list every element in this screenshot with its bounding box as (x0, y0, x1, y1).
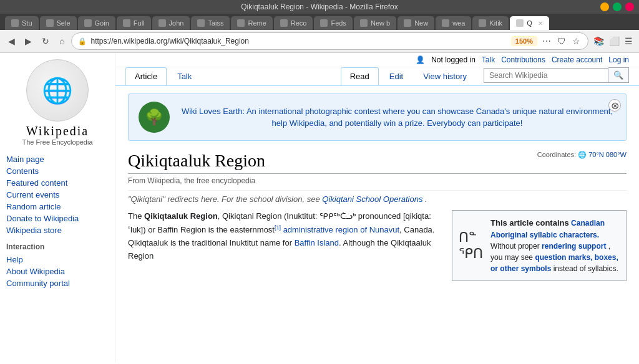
tab-goin[interactable]: Goin (78, 16, 115, 30)
log-in-link[interactable]: Log in (608, 55, 629, 64)
side-box-text1: Without proper (490, 242, 540, 251)
search-input[interactable] (484, 68, 608, 83)
wiki-tagline: The Free Encyclopedia (6, 138, 109, 146)
talk-link[interactable]: Talk (482, 55, 495, 64)
bookmarks-icon[interactable]: 📚 (592, 35, 605, 47)
wiki-loves-earth-banner: 🌳 Wiki Loves Earth: An international pho… (128, 93, 627, 141)
tab-favicon (123, 19, 130, 27)
window-title: Qikiqtaaluk Region - Wikipedia - Mozilla… (241, 2, 398, 11)
search-button[interactable]: 🔍 (608, 67, 629, 83)
title-bar: Qikiqtaaluk Region - Wikipedia - Mozilla… (0, 0, 639, 14)
create-account-link[interactable]: Create account (552, 55, 602, 64)
tab-new[interactable]: New (398, 16, 434, 30)
minimize-button[interactable] (600, 2, 609, 11)
tab-kitik[interactable]: Kitik (472, 16, 509, 30)
wiki-logo: 🌐 Wikipedia The Free Encyclopedia (6, 59, 109, 146)
tab-edit[interactable]: Edit (380, 67, 412, 85)
close-button[interactable] (625, 2, 634, 11)
article-bold-name: Qikiqtaaluk Region (144, 211, 218, 221)
tab-taiss[interactable]: Taiss (191, 16, 230, 30)
tab-talk[interactable]: Talk (168, 67, 201, 85)
article-body: 🌳 Wiki Loves Earth: An international pho… (115, 86, 639, 275)
tab-right-group: Read Edit View history 🔍 (341, 67, 629, 85)
sidebar-item-current-events[interactable]: Current events (6, 189, 109, 201)
sidebar-item-community-portal[interactable]: Community portal (6, 277, 109, 289)
screenshot-icon[interactable]: ⬜ (608, 35, 621, 47)
wiki-globe-icon: 🌐 (26, 59, 89, 122)
tab-full[interactable]: Full (117, 16, 151, 30)
tab-favicon (404, 19, 411, 27)
user-icon: 👤 (416, 55, 425, 64)
window-controls (600, 2, 634, 11)
settings-icon[interactable]: ☰ (623, 35, 634, 47)
tab-favicon (159, 19, 166, 27)
tab-read[interactable]: Read (341, 67, 379, 85)
side-box-text3: instead of syllabics. (554, 264, 618, 273)
home-button[interactable]: ⌂ (56, 35, 67, 47)
zoom-level[interactable]: 150% (511, 36, 537, 46)
sidebar-item-main-page[interactable]: Main page (6, 153, 109, 165)
tab-favicon (197, 19, 205, 27)
tab-reco[interactable]: Reco (274, 16, 313, 30)
tree-icon: 🌳 (145, 108, 163, 126)
maximize-button[interactable] (613, 2, 622, 11)
redirect-link[interactable]: Qikiqtani School Operations (322, 194, 422, 204)
coordinates-label: Coordinates: (537, 151, 576, 158)
tab-reme[interactable]: Reme (231, 16, 272, 30)
nunavut-link[interactable]: administrative region of Nunavut (283, 225, 399, 234)
contributions-link[interactable]: Contributions (501, 55, 545, 64)
user-bar: 👤 Not logged in Talk Contributions Creat… (115, 53, 639, 67)
navigation-bar: ◀ ▶ ↻ ⌂ 🔒 https://en.wikipedia.org/wiki/… (0, 30, 639, 53)
tab-newb[interactable]: New b (354, 16, 396, 30)
menu-dots-icon[interactable]: ⋯ (541, 35, 552, 47)
syllabics-characters: ᑎᓐᕿᑎ (459, 229, 483, 262)
redirect-note: "Qikiqtani" redirects here. For the scho… (128, 190, 627, 204)
shield-icon: 🛡 (556, 35, 567, 47)
sidebar-item-featured-content[interactable]: Featured content (6, 177, 109, 189)
content-tabs: Article Talk Read Edit View history 🔍 (115, 67, 639, 86)
star-icon[interactable]: ☆ (571, 35, 582, 47)
not-logged-in-text: Not logged in (431, 55, 476, 64)
syllabics-side-box: ᑎᓐᕿᑎ This article contains Canadian Abor… (452, 210, 627, 281)
sidebar-item-about-wikipedia[interactable]: About Wikipedia (6, 266, 109, 277)
address-bar[interactable]: 🔒 https://en.wikipedia.org/wiki/Qikiqtaa… (71, 32, 588, 50)
back-button[interactable]: ◀ (5, 35, 18, 47)
sidebar-item-contents[interactable]: Contents (6, 165, 109, 177)
tab-favicon (84, 19, 92, 27)
sidebar-item-donate[interactable]: Donate to Wikipedia (6, 213, 109, 224)
tab-qiki[interactable]: Q✕ (510, 16, 549, 30)
tab-favicon (360, 19, 368, 27)
tab-article[interactable]: Article (125, 67, 167, 85)
para-text-start: The (128, 211, 144, 221)
tab-view-history[interactable]: View history (414, 67, 476, 85)
coordinates: Coordinates: 🌐 70°N 080°W (537, 151, 627, 159)
sidebar-item-wiki-store[interactable]: Wikipedia store (6, 224, 109, 236)
banner-tree-icon: 🌳 (139, 102, 170, 133)
tab-favicon (11, 19, 19, 27)
redirect-end: . (425, 194, 427, 204)
sidebar-item-help[interactable]: Help (6, 254, 109, 266)
tab-close-icon[interactable]: ✕ (538, 20, 543, 27)
forward-button[interactable]: ▶ (22, 35, 35, 47)
nav-extra-icons: 📚 ⬜ ☰ (592, 35, 634, 47)
baffin-island-link[interactable]: Baffin Island (295, 238, 339, 247)
coordinates-value[interactable]: 70°N 080°W (588, 151, 627, 158)
refresh-button[interactable]: ↻ (39, 35, 52, 47)
search-form: 🔍 (484, 67, 629, 83)
rendering-support-link[interactable]: rendering support (542, 242, 606, 251)
tab-wea[interactable]: wea (436, 16, 471, 30)
syllabics-content: ᑎᓐᕿᑎ This article contains Canadian Abor… (459, 217, 620, 274)
citation-1[interactable]: [1] (275, 224, 281, 231)
tab-john[interactable]: John (152, 16, 190, 30)
tab-favicon (442, 19, 449, 27)
globe-icon: 🌐 (578, 151, 587, 158)
tab-stu[interactable]: Stu (5, 16, 39, 30)
tab-feds[interactable]: Feds (314, 16, 352, 30)
url-display: https://en.wikipedia.org/wiki/Qikiqtaalu… (90, 37, 507, 46)
banner-close-button[interactable]: ⊗ (608, 99, 621, 112)
tab-favicon (320, 19, 328, 27)
main-content: 👤 Not logged in Talk Contributions Creat… (115, 53, 639, 362)
sidebar-item-random-article[interactable]: Random article (6, 201, 109, 213)
wiki-site-name: Wikipedia (6, 124, 109, 138)
tab-sele[interactable]: Sele (40, 16, 77, 30)
